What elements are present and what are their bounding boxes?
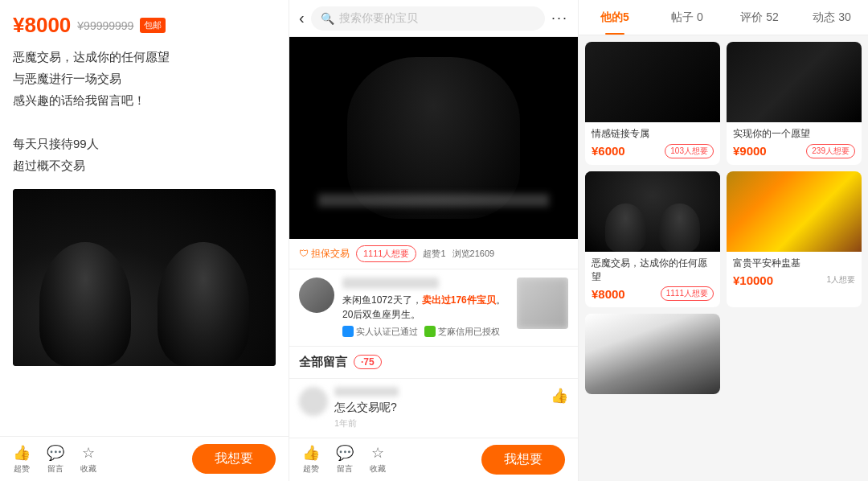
card-want-4: 1人想要 [826,274,855,286]
product-meta: 🛡 担保交易 1111人想要 超赞1 浏览21609 [289,239,578,269]
like-action-mid[interactable]: 👍 超赞 [302,444,320,475]
search-input-wrap[interactable]: 🔍 搜索你要的宝贝 [311,6,545,31]
tab-posts-label: 帖子 0 [671,10,703,25]
comment-label-mid: 留言 [337,463,353,475]
search-placeholder: 搜索你要的宝贝 [339,11,418,26]
badge-realname-text: 实人认证已通过 [356,326,418,338]
collect-action[interactable]: ☆ 收藏 [80,444,96,475]
tab-activity-label: 动态 30 [813,10,850,25]
guarantee-badge: 🛡 担保交易 [299,247,350,261]
seller-info: 来闲鱼1072天了，卖出过176件宝贝。20后双鱼座男生。 实人认证已通过 芝麻… [342,278,509,338]
seller-avatar [299,278,334,313]
badge-credit-text: 芝麻信用已授权 [438,326,500,338]
panel-left-content: ¥8000 ¥99999999 包邮 恶魔交易，达成你的任何愿望 与恶魔进行一场… [0,0,289,436]
panel-middle: ‹ 🔍 搜索你要的宝贝 ··· 🛡 担保交易 1111人想要 超赞1 浏览216… [289,0,579,481]
seller-name [342,278,439,289]
credit-dot [424,326,436,337]
card-price-1: ¥6000 [592,144,625,158]
tab-reviews[interactable]: 评价 52 [723,0,796,35]
card-art-3 [585,171,720,252]
card-body-3: 恶魔交易，达成你的任何愿望 ¥8000 1111人想要 [585,252,720,308]
tab-activity[interactable]: 动态 30 [796,0,868,35]
card-image-3 [585,171,720,252]
comments-title: 全部留言 [299,355,347,370]
panel-right: 他的5 帖子 0 评价 52 动态 30 情感链接专属 ¥6000 103人想要 [579,0,868,481]
comment-like-icon[interactable]: 👍 [551,387,568,405]
guarantee-icon: 🛡 [299,248,309,259]
card-want-1: 103人想要 [665,144,714,158]
comment-text: 怎么交易呢? [334,401,544,415]
tab-his-items-label: 他的5 [600,10,629,25]
want-button-left[interactable]: 我想要 [192,444,276,474]
comment-action[interactable]: 💬 留言 [47,444,64,475]
product-image-left [13,189,276,366]
tab-posts[interactable]: 帖子 0 [651,0,723,35]
commenter-name [334,387,399,397]
more-button[interactable]: ··· [551,10,568,27]
card-image-1 [585,42,720,122]
like-action[interactable]: 👍 超赞 [13,444,31,475]
product-image-middle [289,37,578,239]
comment-action-mid[interactable]: 💬 留言 [336,444,354,475]
comment-icon: 💬 [47,444,64,462]
seller-avatar-img [299,278,334,313]
blur-strip [318,194,549,207]
card-art-1 [585,42,720,122]
card-price-3: ¥8000 [592,287,625,301]
want-stat: 1111人想要 [356,245,416,262]
guarantee-text: 担保交易 [311,247,350,261]
comments-count: ·75 [354,355,382,369]
badge-realname: 实人认证已通过 [342,326,418,338]
card-price-row-2: ¥9000 239人想要 [733,144,855,158]
product-grid: 情感链接专属 ¥6000 103人想要 实现你的一个愿望 ¥9000 239人想… [579,35,868,481]
collect-action-mid[interactable]: ☆ 收藏 [370,444,386,475]
collect-label-mid: 收藏 [370,463,386,475]
card-art-5 [585,314,720,394]
product-card-5[interactable] [585,314,720,394]
card-price-row-3: ¥8000 1111人想要 [592,286,714,301]
like-label-mid: 超赞 [303,463,319,475]
product-card-2[interactable]: 实现你的一个愿望 ¥9000 239人想要 [727,42,862,165]
product-card-1[interactable]: 情感链接专属 ¥6000 103人想要 [585,42,720,165]
card-image-4 [727,171,862,252]
comments-header: 全部留言 ·75 [289,347,578,379]
comment-item: 怎么交易呢? 1年前 👍 [289,379,578,438]
realname-dot [342,326,354,337]
badge-credit: 芝麻信用已授权 [424,326,500,338]
collect-icon-mid: ☆ [371,444,384,462]
comment-body: 怎么交易呢? 1年前 [334,387,544,430]
card-title-2: 实现你的一个愿望 [733,127,855,141]
like-stat: 超赞1 [423,248,445,260]
card-price-4: ¥10000 [733,273,773,287]
like-icon-mid: 👍 [302,444,320,462]
back-button[interactable]: ‹ [299,9,305,27]
card-want-2: 239人想要 [806,144,855,158]
seller-badges: 实人认证已通过 芝麻信用已授权 [342,326,509,338]
shipping-badge: 包邮 [140,18,166,33]
product-card-3[interactable]: 恶魔交易，达成你的任何愿望 ¥8000 1111人想要 [585,171,720,308]
bottom-bar-left: 👍 超赞 💬 留言 ☆ 收藏 我想要 [0,436,289,481]
seller-thumb [517,278,568,329]
comment-label: 留言 [47,463,63,475]
card-image-2 [727,42,862,122]
card-title-4: 富贵平安种盅基 [733,257,855,270]
seller-section: 来闲鱼1072天了，卖出过176件宝贝。20后双鱼座男生。 实人认证已通过 芝麻… [289,269,578,347]
want-button-mid[interactable]: 我想要 [481,445,565,475]
price-main: ¥8000 [13,13,71,38]
card-art-4 [727,171,862,252]
card-image-5 [585,314,720,394]
card-price-row-4: ¥10000 1人想要 [733,273,855,287]
product-card-4[interactable]: 富贵平安种盅基 ¥10000 1人想要 [727,171,862,308]
tab-reviews-label: 评价 52 [740,10,778,25]
card-body-1: 情感链接专属 ¥6000 103人想要 [585,122,720,165]
seller-highlight: 卖出过176件宝贝 [422,294,496,306]
price-row: ¥8000 ¥99999999 包邮 [13,13,276,38]
price-original: ¥99999999 [77,19,133,32]
collect-icon: ☆ [82,444,95,462]
seller-desc: 来闲鱼1072天了，卖出过176件宝贝。20后双鱼座男生。 [342,293,509,322]
tab-his-items[interactable]: 他的5 [579,0,651,35]
card-body-4: 富贵平安种盅基 ¥10000 1人想要 [727,252,862,294]
collect-label: 收藏 [80,463,96,475]
panel-left: ¥8000 ¥99999999 包邮 恶魔交易，达成你的任何愿望 与恶魔进行一场… [0,0,289,481]
card-title-1: 情感链接专属 [592,127,714,141]
